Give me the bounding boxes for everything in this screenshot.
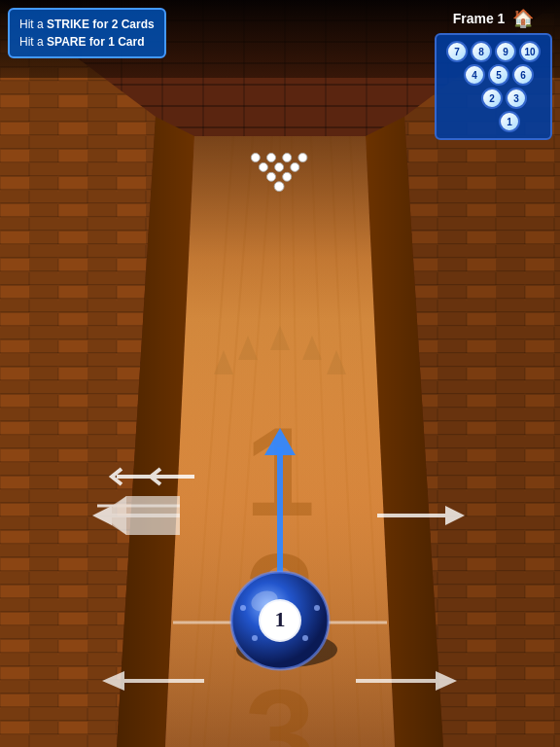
pin-row-4: 7 8 9 10 — [446, 41, 541, 62]
pin-3: 3 — [506, 88, 527, 109]
svg-point-29 — [259, 162, 267, 171]
svg-point-32 — [267, 172, 276, 181]
svg-point-26 — [267, 154, 276, 162]
info-box: Hit a STRIKE for 2 Cards Hit a SPARE for… — [8, 8, 166, 58]
strike-info: Hit a STRIKE for 2 Cards — [19, 16, 155, 33]
pin-2: 2 — [481, 88, 503, 109]
pin-6: 6 — [512, 64, 534, 86]
pin-9: 9 — [495, 41, 516, 62]
pin-4: 4 — [464, 64, 485, 86]
svg-point-31 — [291, 162, 299, 171]
svg-point-25 — [251, 154, 260, 162]
strike-label: STRIKE for 2 Cards — [47, 18, 155, 31]
svg-point-62 — [302, 635, 308, 641]
pin-8: 8 — [471, 41, 492, 62]
svg-point-33 — [283, 172, 292, 181]
pin-display: 7 8 9 10 4 5 6 2 3 1 — [435, 33, 552, 140]
frame-container: Frame 1 🏠 7 8 9 10 4 5 6 2 3 1 — [435, 8, 552, 140]
svg-point-61 — [252, 635, 258, 641]
frame-label: Frame 1 — [453, 11, 506, 26]
svg-text:3: 3 — [245, 663, 315, 747]
pin-1: 1 — [499, 111, 520, 132]
pin-row-3: 4 5 6 — [464, 64, 534, 86]
svg-text:1: 1 — [275, 607, 286, 631]
svg-point-28 — [298, 154, 307, 162]
pin-5: 5 — [488, 64, 509, 86]
pin-10: 10 — [519, 41, 541, 62]
svg-point-27 — [283, 154, 292, 162]
pin-7: 7 — [446, 41, 468, 62]
svg-point-60 — [314, 605, 320, 611]
spare-label: SPARE for 1 Card — [47, 35, 144, 49]
spare-info: Hit a SPARE for 1 Card — [19, 33, 155, 51]
pin-row-1: 1 — [499, 111, 520, 132]
svg-point-34 — [274, 182, 284, 192]
svg-point-30 — [275, 162, 284, 171]
home-button[interactable]: 🏠 — [512, 8, 534, 29]
svg-point-59 — [240, 605, 246, 611]
pin-row-2: 2 3 — [481, 88, 527, 109]
